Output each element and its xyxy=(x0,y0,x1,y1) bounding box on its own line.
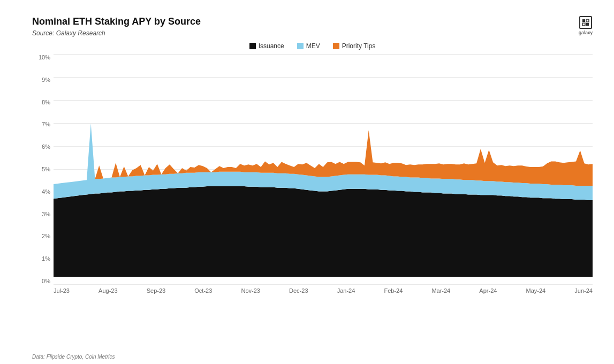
y-label-9: 9% xyxy=(42,77,50,83)
legend-dot-priority-tips xyxy=(333,43,339,49)
y-label-5: 5% xyxy=(42,166,50,172)
legend-label-priority-tips: Priority Tips xyxy=(342,42,376,50)
data-source: Data: Flipside Crypto, Coin Metrics xyxy=(32,354,115,360)
x-label-jul23: Jul-23 xyxy=(54,287,70,294)
x-label-sep23: Sep-23 xyxy=(147,287,165,294)
x-label-aug23: Aug-23 xyxy=(98,287,117,294)
chart-title: Nominal ETH Staking APY by Source xyxy=(32,16,593,27)
galaxy-icon xyxy=(579,16,592,29)
chart-area: 10% 9% 8% 7% 6% 5% 4% 3% 2% 1% 0% xyxy=(32,54,593,300)
legend-priority-tips: Priority Tips xyxy=(333,42,376,50)
y-label-3: 3% xyxy=(42,211,50,217)
y-label-0: 0% xyxy=(42,278,50,284)
x-label-jan24: Jan-24 xyxy=(337,287,355,294)
y-label-4: 4% xyxy=(42,188,50,195)
x-label-oct23: Oct-23 xyxy=(194,287,212,294)
legend-label-mev: MEV xyxy=(306,42,320,50)
x-label-apr24: Apr-24 xyxy=(479,287,497,294)
svg-rect-0 xyxy=(582,19,585,22)
y-label-10: 10% xyxy=(39,54,50,60)
galaxy-logo: galaxy xyxy=(579,16,593,35)
svg-rect-2 xyxy=(582,23,585,26)
mev-area xyxy=(54,124,593,200)
chart-container: Nominal ETH Staking APY by Source Source… xyxy=(0,0,614,364)
y-label-6: 6% xyxy=(42,143,50,150)
legend-dot-mev xyxy=(297,43,304,49)
galaxy-text: galaxy xyxy=(579,30,593,35)
y-label-2: 2% xyxy=(42,233,50,239)
x-label-mar24: Mar-24 xyxy=(431,287,450,294)
legend-mev: MEV xyxy=(297,42,320,50)
legend-label-issuance: Issuance xyxy=(259,42,284,50)
y-label-1: 1% xyxy=(42,255,50,262)
y-label-7: 7% xyxy=(42,121,50,127)
x-label-may24: May-24 xyxy=(526,287,546,294)
x-label-dec23: Dec-23 xyxy=(289,287,308,294)
x-label-jun24: Jun-24 xyxy=(574,287,593,294)
issuance-area xyxy=(54,186,593,277)
legend-dot-issuance xyxy=(249,43,256,49)
x-axis: Jul-23 Aug-23 Sep-23 Oct-23 Nov-23 Dec-2… xyxy=(54,284,593,300)
y-label-8: 8% xyxy=(42,99,50,105)
stacked-area-chart xyxy=(54,54,593,277)
svg-rect-3 xyxy=(586,23,589,26)
svg-rect-1 xyxy=(586,19,589,22)
chart-subtitle: Source: Galaxy Research xyxy=(32,29,593,37)
legend-issuance: Issuance xyxy=(249,42,284,50)
x-label-feb24: Feb-24 xyxy=(384,287,403,294)
x-label-nov23: Nov-23 xyxy=(241,287,260,294)
chart-legend: Issuance MEV Priority Tips xyxy=(32,42,593,50)
y-axis: 10% 9% 8% 7% 6% 5% 4% 3% 2% 1% 0% xyxy=(32,54,54,284)
